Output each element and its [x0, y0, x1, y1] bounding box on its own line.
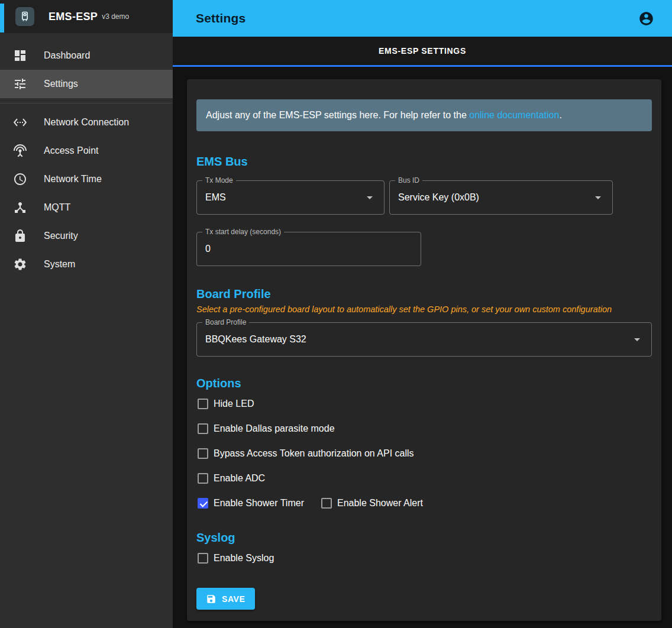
section-title-options: Options [196, 377, 652, 390]
checkbox-icon [198, 448, 208, 459]
board-profile-label: Board Profile [202, 318, 249, 326]
sidebar-item-settings[interactable]: Settings [0, 70, 173, 98]
sidebar-menu: Dashboard Settings Network Connection Ac… [0, 33, 173, 279]
sidebar-item-label: Settings [44, 79, 78, 89]
appbar-edge-sliver [0, 4, 4, 33]
ems-bus-field-row: Tx Mode EMS Bus ID Service Key (0x0B) [196, 180, 652, 215]
checkbox-icon [198, 399, 208, 409]
bus-id-select[interactable]: Bus ID Service Key (0x0B) [389, 180, 613, 215]
tx-delay-field: Tx start delay (seconds) [196, 232, 421, 266]
checkbox-icon [198, 553, 208, 564]
save-icon [206, 594, 217, 604]
chevron-down-icon [630, 332, 644, 347]
option-row: Enable ADC [196, 466, 652, 491]
checkbox-label: Enable Syslog [214, 553, 274, 564]
sidebar-item-system[interactable]: System [0, 250, 173, 279]
sidebar-item-access-point[interactable]: Access Point [0, 137, 173, 165]
sidebar-item-dashboard[interactable]: Dashboard [0, 41, 173, 70]
checkbox-shower-timer[interactable]: Enable Shower Timer [196, 498, 304, 509]
main-content: Adjust any of the EMS-ESP settings here.… [173, 67, 672, 628]
tx-mode-value: EMS [205, 192, 226, 203]
checkbox-icon [198, 498, 208, 509]
board-profile-field-row: Board Profile BBQKees Gateway S32 [196, 322, 652, 357]
checkbox-label: Bypass Access Token authorization on API… [214, 448, 414, 459]
checkbox-bypass-token[interactable]: Bypass Access Token authorization on API… [196, 448, 414, 459]
option-row: Enable Dallas parasite mode [196, 416, 652, 441]
board-profile-select[interactable]: Board Profile BBQKees Gateway S32 [196, 322, 652, 357]
checkbox-icon [198, 473, 208, 484]
chevron-down-icon [363, 190, 377, 205]
sidebar-item-label: Access Point [44, 145, 98, 156]
gear-icon [13, 257, 27, 271]
board-profile-helper-text: Select a pre-configured board layout to … [196, 305, 652, 314]
option-row: Enable Shower Timer Enable Shower Alert [196, 491, 652, 516]
tx-delay-field-row: Tx start delay (seconds) [196, 232, 652, 266]
info-banner: Adjust any of the EMS-ESP settings here.… [196, 99, 652, 131]
antenna-icon [13, 144, 27, 158]
checkbox-icon [198, 423, 208, 434]
account-button[interactable] [634, 7, 658, 30]
sidebar-header: EMS-ESP v3 demo [0, 0, 173, 33]
save-button[interactable]: SAVE [196, 588, 255, 610]
appbar: Settings [173, 0, 672, 37]
option-row: Enable Syslog [196, 546, 652, 571]
sidebar-item-label: Dashboard [44, 50, 90, 61]
app-name: EMS-ESP [49, 11, 98, 23]
sidebar-item-security[interactable]: Security [0, 222, 173, 250]
app-logo [15, 7, 34, 26]
app-version: v3 demo [102, 12, 129, 21]
checkbox-label: Enable Shower Alert [337, 498, 423, 509]
tx-delay-input[interactable] [205, 244, 413, 254]
checkbox-hide-led[interactable]: Hide LED [196, 399, 254, 409]
sidebar-item-label: Network Connection [44, 117, 129, 128]
sidebar-item-label: System [44, 259, 75, 270]
tab-ems-esp-settings[interactable]: EMS-ESP SETTINGS [173, 37, 672, 65]
checkbox-label: Enable Shower Timer [214, 498, 304, 509]
tx-mode-select[interactable]: Tx Mode EMS [196, 180, 385, 215]
settings-card: Adjust any of the EMS-ESP settings here.… [187, 79, 661, 621]
sidebar-divider [0, 103, 173, 103]
chevron-down-icon [591, 190, 605, 205]
info-banner-text-after: . [559, 110, 561, 120]
dashboard-icon [13, 48, 27, 63]
ethernet-icon [13, 115, 27, 130]
option-row: Hide LED [196, 391, 652, 416]
tab-bar: EMS-ESP SETTINGS [173, 37, 672, 67]
sidebar-item-label: Security [44, 231, 78, 241]
device-hub-icon [13, 200, 27, 215]
page-root: EMS-ESP v3 demo Dashboard Settings Netwo… [0, 0, 672, 628]
save-button-label: SAVE [222, 594, 245, 604]
sidebar-item-label: MQTT [44, 202, 70, 213]
bus-id-value: Service Key (0x0B) [398, 192, 479, 203]
board-profile-value: BBQKees Gateway S32 [205, 334, 306, 345]
checkbox-enable-adc[interactable]: Enable ADC [196, 473, 265, 484]
sidebar-item-network-connection[interactable]: Network Connection [0, 108, 173, 137]
checkbox-icon [321, 498, 332, 509]
page-title: Settings [196, 11, 245, 25]
online-documentation-link[interactable]: online documentation [469, 110, 559, 120]
checkbox-shower-alert[interactable]: Enable Shower Alert [320, 498, 423, 509]
section-title-board-profile: Board Profile [196, 287, 652, 301]
account-circle-icon [638, 11, 654, 27]
checkbox-label: Enable ADC [214, 473, 265, 484]
section-title-ems-bus: EMS Bus [196, 155, 652, 169]
sidebar-item-label: Network Time [44, 174, 102, 184]
tx-mode-label: Tx Mode [202, 176, 236, 184]
checkbox-dallas-parasite[interactable]: Enable Dallas parasite mode [196, 423, 335, 434]
sidebar-item-network-time[interactable]: Network Time [0, 165, 173, 193]
lock-icon [13, 229, 27, 243]
tx-delay-label: Tx start delay (seconds) [202, 228, 284, 236]
bus-id-label: Bus ID [395, 176, 422, 184]
tune-icon [13, 77, 27, 91]
clock-icon [13, 172, 27, 186]
checkbox-label: Enable Dallas parasite mode [214, 423, 335, 434]
section-title-syslog: Syslog [196, 531, 652, 545]
sidebar: EMS-ESP v3 demo Dashboard Settings Netwo… [0, 0, 173, 628]
sidebar-item-mqtt[interactable]: MQTT [0, 193, 173, 222]
boiler-device-icon [19, 11, 31, 22]
option-row: Bypass Access Token authorization on API… [196, 441, 652, 466]
tab-label: EMS-ESP SETTINGS [379, 46, 466, 56]
checkbox-enable-syslog[interactable]: Enable Syslog [196, 553, 274, 564]
info-banner-text: Adjust any of the EMS-ESP settings here.… [206, 110, 469, 120]
checkbox-label: Hide LED [214, 399, 254, 409]
